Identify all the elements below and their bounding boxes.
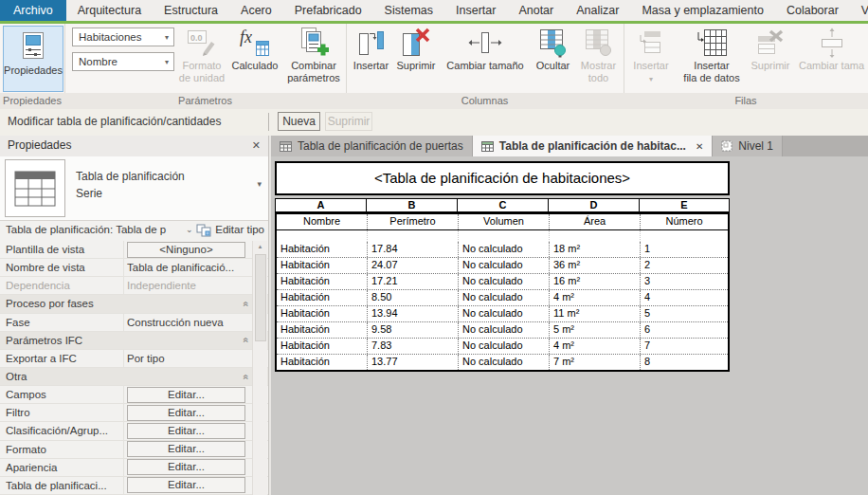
- schedule-cell[interactable]: 8.50: [368, 290, 459, 305]
- menu-tab-colaborar[interactable]: Colaborar: [775, 0, 850, 21]
- schedule-cell[interactable]: 4 m²: [550, 339, 641, 354]
- delete-column-button[interactable]: Suprimir: [394, 26, 438, 91]
- menu-tab-acero[interactable]: Acero: [229, 0, 283, 21]
- hide-column-button[interactable]: Ocultar: [531, 26, 575, 91]
- menu-tab-arquitectura[interactable]: Arquitectura: [66, 0, 153, 21]
- properties-toggle-button[interactable]: Propiedades: [3, 26, 63, 92]
- edit-type-button[interactable]: Editar tipo: [196, 220, 264, 240]
- chevron-down-icon[interactable]: ▾: [257, 179, 262, 189]
- menu-tab-insertar[interactable]: Insertar: [444, 0, 507, 21]
- schedule-cell[interactable]: 13.94: [368, 306, 459, 321]
- section-proceso-por-fases[interactable]: Proceso por fases «: [0, 295, 268, 313]
- tab-nivel-1[interactable]: Nivel 1: [713, 136, 783, 156]
- schedule-cell[interactable]: 6: [641, 322, 728, 338]
- scrollbar-thumb[interactable]: [255, 254, 266, 341]
- combine-parameters-button[interactable]: Combinarparámetros: [284, 26, 343, 91]
- schedule-cell[interactable]: 17.21: [368, 274, 459, 289]
- menu-tab-archivo[interactable]: Archivo: [0, 0, 66, 21]
- schedule-cell[interactable]: 2: [641, 258, 728, 273]
- close-icon[interactable]: ✕: [696, 141, 703, 152]
- schedule-cell[interactable]: 16 m²: [550, 274, 641, 289]
- category-dropdown[interactable]: Habitaciones ▾: [72, 28, 174, 46]
- column-header[interactable]: Número: [641, 214, 728, 229]
- type-selector[interactable]: Tabla de planificación Serie ▾: [0, 156, 268, 221]
- tab-tabla-habitaciones[interactable]: Tabla de planificación de habitac... ✕: [473, 136, 714, 156]
- collapse-icon[interactable]: «: [242, 338, 252, 343]
- column-letter[interactable]: B: [367, 199, 458, 211]
- export-ifc-value[interactable]: Por tipo: [123, 350, 251, 367]
- schedule-cell[interactable]: No calculado: [459, 242, 550, 257]
- schedule-cell[interactable]: 11 m²: [550, 306, 641, 321]
- column-header[interactable]: Área: [550, 214, 641, 229]
- edit-sorting-button[interactable]: Editar...: [127, 423, 245, 439]
- schedule-cell[interactable]: Habitación: [277, 258, 368, 273]
- column-header[interactable]: Perímetro: [368, 214, 459, 229]
- edit-filter-button[interactable]: Editar...: [127, 405, 245, 421]
- collapse-icon[interactable]: «: [242, 374, 252, 379]
- chevron-down-icon[interactable]: ⌄: [186, 220, 193, 240]
- schedule-cell[interactable]: 24.07: [368, 258, 459, 273]
- schedule-cell[interactable]: 13.77: [368, 355, 459, 370]
- schedule-cell[interactable]: 5: [641, 306, 728, 321]
- schedule-cell[interactable]: 7: [641, 339, 728, 354]
- column-header[interactable]: Volumen: [459, 214, 550, 229]
- schedule-cell[interactable]: 4: [641, 290, 728, 305]
- collapse-icon[interactable]: «: [242, 302, 252, 307]
- close-icon[interactable]: ✕: [252, 136, 261, 156]
- tab-tabla-puertas[interactable]: Tabla de planificación de puertas: [271, 136, 473, 156]
- column-header[interactable]: Nombre: [277, 214, 368, 229]
- schedule-cell[interactable]: No calculado: [459, 339, 550, 354]
- menu-tab-masa-emplazamiento[interactable]: Masa y emplazamiento: [630, 0, 775, 21]
- menu-tab-analizar[interactable]: Analizar: [565, 0, 630, 21]
- schedule-cell[interactable]: Habitación: [277, 306, 368, 321]
- edit-formatting-button[interactable]: Editar...: [127, 441, 245, 457]
- schedule-cell[interactable]: Habitación: [277, 322, 368, 338]
- view-template-button[interactable]: <Ninguno>: [127, 242, 245, 258]
- scroll-up-icon[interactable]: ▴: [253, 243, 267, 250]
- schedule-cell[interactable]: 5 m²: [550, 322, 641, 338]
- insert-column-button[interactable]: Insertar: [350, 26, 392, 91]
- schedule-cell[interactable]: 4 m²: [550, 290, 641, 305]
- schedule-cell[interactable]: 18 m²: [550, 242, 641, 257]
- insert-data-row-button[interactable]: Insertarfila de datos: [678, 26, 746, 91]
- column-letter[interactable]: D: [549, 199, 640, 211]
- schedule-cell[interactable]: No calculado: [459, 274, 550, 289]
- schedule-cell[interactable]: 1: [641, 242, 728, 257]
- schedule-cell[interactable]: 7.83: [368, 339, 459, 354]
- edit-schedule-button[interactable]: Editar...: [127, 477, 245, 493]
- phase-value[interactable]: Construcción nueva: [123, 314, 251, 331]
- properties-scrollbar[interactable]: ▴: [252, 241, 267, 495]
- schedule-cell[interactable]: No calculado: [459, 258, 550, 273]
- resize-column-button[interactable]: Cambiar tamaño: [442, 26, 529, 91]
- calculated-value-button[interactable]: fx Calculado: [227, 26, 282, 91]
- edit-appearance-button[interactable]: Editar...: [127, 459, 245, 475]
- schedule-cell[interactable]: Habitación: [277, 290, 368, 305]
- column-letter[interactable]: A: [276, 199, 367, 211]
- view-name-value[interactable]: Tabla de planificació...: [123, 259, 251, 276]
- edit-fields-button[interactable]: Editar...: [127, 387, 245, 403]
- menu-tab-prefabricado[interactable]: Prefabricado: [283, 0, 373, 21]
- column-letter[interactable]: E: [640, 199, 729, 211]
- parameter-dropdown[interactable]: Nombre ▾: [72, 52, 174, 71]
- schedule-cell[interactable]: No calculado: [459, 290, 550, 305]
- schedule-cell[interactable]: Habitación: [277, 274, 368, 289]
- schedule-cell[interactable]: No calculado: [459, 306, 550, 321]
- schedule-cell[interactable]: Habitación: [277, 242, 368, 257]
- schedule-cell[interactable]: No calculado: [459, 322, 550, 338]
- section-parametros-ifc[interactable]: Parámetros IFC «: [0, 332, 268, 350]
- instance-selector[interactable]: Tabla de planificación: Tabla de p: [6, 220, 166, 240]
- section-otra[interactable]: Otra «: [0, 368, 268, 386]
- new-button[interactable]: Nueva: [278, 112, 320, 131]
- column-letter[interactable]: C: [458, 199, 549, 211]
- menu-tab-estructura[interactable]: Estructura: [153, 0, 229, 21]
- schedule-cell[interactable]: 17.84: [368, 242, 459, 257]
- menu-tab-sistemas[interactable]: Sistemas: [373, 0, 444, 21]
- schedule-cell[interactable]: 7 m²: [550, 355, 641, 370]
- schedule-cell[interactable]: 9.58: [368, 322, 459, 338]
- menu-tab-vista[interactable]: Vista: [850, 0, 868, 21]
- schedule-cell[interactable]: Habitación: [277, 355, 368, 370]
- schedule-cell[interactable]: Habitación: [277, 339, 368, 354]
- schedule-title[interactable]: <Tabla de planificación de habitaciones>: [275, 161, 730, 195]
- schedule-cell[interactable]: No calculado: [459, 355, 550, 370]
- schedule-cell[interactable]: 36 m²: [550, 258, 641, 273]
